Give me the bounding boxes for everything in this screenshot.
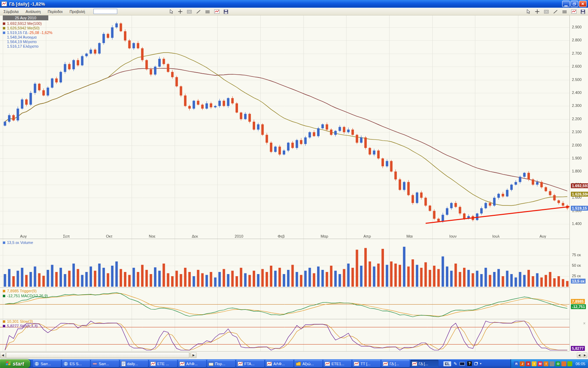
pan-left-arrow-icon[interactable]: ◀ bbox=[577, 353, 582, 358]
pan-right-arrow-icon[interactable]: ▶ bbox=[582, 353, 587, 358]
language-indicator[interactable]: EL bbox=[443, 361, 451, 366]
month-tick-label: Απρ bbox=[364, 234, 371, 238]
toolbar-restore-icon[interactable] bbox=[474, 362, 477, 365]
tray-messenger-icon[interactable]: R bbox=[514, 361, 519, 366]
tool-zoom-box-icon[interactable] bbox=[186, 9, 192, 15]
close-button[interactable]: ✕ bbox=[579, 1, 587, 7]
macd-legend-row: -12,751 MACD(12,26,9) bbox=[3, 294, 48, 298]
start-button[interactable]: start bbox=[0, 359, 30, 368]
legend-swatch bbox=[3, 27, 5, 29]
month-tick-label: 2010 bbox=[235, 234, 243, 238]
menu-item-2[interactable]: Περίοδοι bbox=[44, 8, 66, 15]
legend-swatch bbox=[3, 22, 5, 25]
volume-tick-label: 50 εκ bbox=[572, 263, 581, 267]
tool-crosshair-icon[interactable] bbox=[534, 9, 540, 15]
chart-icon bbox=[238, 362, 243, 366]
tray-volume-icon[interactable] bbox=[550, 361, 554, 366]
scroll-right-arrow-icon[interactable]: ▶ bbox=[191, 352, 196, 358]
tray-nvidia-icon[interactable] bbox=[567, 361, 572, 366]
tool-pointer-icon[interactable] bbox=[168, 9, 174, 15]
price-tick-label: 2.600 bbox=[572, 64, 582, 68]
tool-zoom-box-icon[interactable] bbox=[543, 9, 550, 15]
legend-swatch bbox=[3, 320, 5, 323]
macd-legend-row: 7,8985 Trigger(9) bbox=[3, 289, 36, 293]
chart-icon bbox=[354, 362, 359, 366]
taskbar-button-9[interactable]: Αξιώ... bbox=[294, 360, 322, 367]
legend-swatch bbox=[3, 290, 5, 292]
price-value-tag: 1.692,591 bbox=[571, 183, 588, 188]
taskbar-button-8[interactable]: ΑΛΦ... bbox=[265, 360, 293, 367]
keyboard-icon[interactable] bbox=[460, 362, 465, 366]
tray-java-icon[interactable]: J bbox=[520, 361, 525, 366]
taskbar-button-13[interactable]: ΓΔ [... bbox=[411, 360, 439, 367]
scrollbar-thumb[interactable] bbox=[6, 352, 189, 358]
tool-chart-icon[interactable] bbox=[570, 9, 577, 15]
minimize-button[interactable]: ▁ bbox=[562, 1, 570, 7]
tray-antivirus-icon[interactable]: O bbox=[555, 361, 560, 366]
chart-icon bbox=[325, 362, 330, 366]
chart-area[interactable]: 25 Αυγ 2010 2.9002.8002.7002.6002.5002.4… bbox=[0, 15, 588, 352]
tool-save-icon[interactable] bbox=[580, 9, 586, 15]
menu-item-0[interactable]: Σύμβολα bbox=[0, 8, 22, 15]
horizontal-scrollbar[interactable]: ◀ ▶ bbox=[0, 352, 197, 358]
tool-chart-icon[interactable] bbox=[214, 9, 220, 15]
restore-button[interactable] bbox=[570, 1, 578, 7]
tool-trendline-icon[interactable] bbox=[195, 9, 202, 15]
tray-mail-notifier-icon[interactable]: M bbox=[538, 361, 542, 366]
taskbar-button-7[interactable]: FTA... bbox=[236, 360, 264, 367]
taskbar-button-6[interactable]: Πορ... bbox=[207, 360, 235, 367]
price-chart-canvas[interactable] bbox=[0, 15, 588, 352]
toolbar-options-arrow-icon[interactable]: ▾ bbox=[480, 362, 481, 365]
month-tick-label: Ιουλ bbox=[492, 234, 499, 238]
month-tick-label: Αυγ bbox=[539, 234, 546, 238]
tray-security-shield-icon[interactable]: ! bbox=[532, 361, 537, 366]
volume-tick-label: 75 εκ bbox=[572, 253, 581, 257]
price-tick-label: 2.200 bbox=[572, 117, 582, 121]
taskbar-button-2[interactable]: Sarr... bbox=[91, 360, 119, 367]
pen-icon[interactable]: ✎ bbox=[454, 361, 457, 366]
menu-bar: ΣύμβολαΑνάλυσηΠερίοδοιΠροβολή bbox=[0, 8, 588, 15]
price-tick-label: 1.800 bbox=[572, 169, 582, 173]
price-legend-row: 1.564,19 Μέγιστο bbox=[7, 40, 37, 44]
taskbar-button-10[interactable]: ΕΤΕ1... bbox=[323, 360, 351, 367]
price-tick-label: 1.900 bbox=[572, 156, 582, 160]
price-legend-row: 1.516,17 Ελάχιστο bbox=[7, 44, 38, 48]
folder-icon bbox=[296, 362, 301, 366]
month-tick-label: Δεκ bbox=[192, 234, 198, 238]
chart-icon bbox=[383, 362, 388, 366]
tool-grid-icon[interactable] bbox=[204, 9, 211, 15]
scroll-left-arrow-icon[interactable]: ◀ bbox=[0, 352, 6, 358]
taskbar-button-12[interactable]: ΓΔ [... bbox=[382, 360, 410, 367]
chart-icon bbox=[180, 362, 185, 366]
price-tick-label: 2.300 bbox=[572, 103, 582, 108]
taskbar-button-1[interactable]: ES S... bbox=[62, 360, 90, 367]
doc-icon bbox=[121, 361, 126, 366]
pane-close-icon[interactable]: × bbox=[583, 322, 586, 325]
tool-grid-icon[interactable] bbox=[561, 9, 568, 15]
tool-trendline-icon[interactable] bbox=[552, 9, 559, 15]
taskbar-button-3[interactable]: daily... bbox=[120, 360, 148, 367]
legend-swatch bbox=[3, 32, 5, 34]
tray-alert-icon[interactable]: ! bbox=[544, 361, 548, 366]
menu-item-1[interactable]: Ανάλυση bbox=[22, 8, 44, 15]
toolbar-right bbox=[525, 8, 586, 15]
taskbar: start Sarr...ES S...Sarr...daily...ETE .… bbox=[0, 359, 588, 368]
price-legend-row: 1.626,5942 Me(50) bbox=[3, 26, 40, 30]
symbol-input[interactable] bbox=[93, 9, 117, 14]
chart-icon bbox=[267, 362, 272, 366]
month-tick-label: Οκτ bbox=[106, 234, 112, 238]
tool-save-icon[interactable] bbox=[223, 9, 229, 15]
price-legend-row: 1.548,34 Άνοιγμα bbox=[7, 35, 37, 39]
tray-card-app-icon[interactable] bbox=[561, 361, 566, 366]
window-icon bbox=[209, 362, 214, 366]
taskbar-button-11[interactable]: TT [... bbox=[352, 360, 380, 367]
tray-update-error-icon[interactable]: x bbox=[526, 361, 531, 366]
help-icon[interactable]: ? bbox=[467, 361, 472, 366]
volume-legend-row: 13,5 εκ Volume bbox=[3, 240, 33, 245]
taskbar-button-5[interactable]: ΑΛΦ... bbox=[178, 360, 206, 367]
menu-item-3[interactable]: Προβολή bbox=[66, 8, 89, 15]
taskbar-button-0[interactable]: Sarr... bbox=[33, 360, 61, 367]
taskbar-button-4[interactable]: ETE ... bbox=[149, 360, 177, 367]
tool-crosshair-icon[interactable] bbox=[177, 9, 183, 15]
tool-pointer-icon[interactable] bbox=[525, 9, 531, 15]
